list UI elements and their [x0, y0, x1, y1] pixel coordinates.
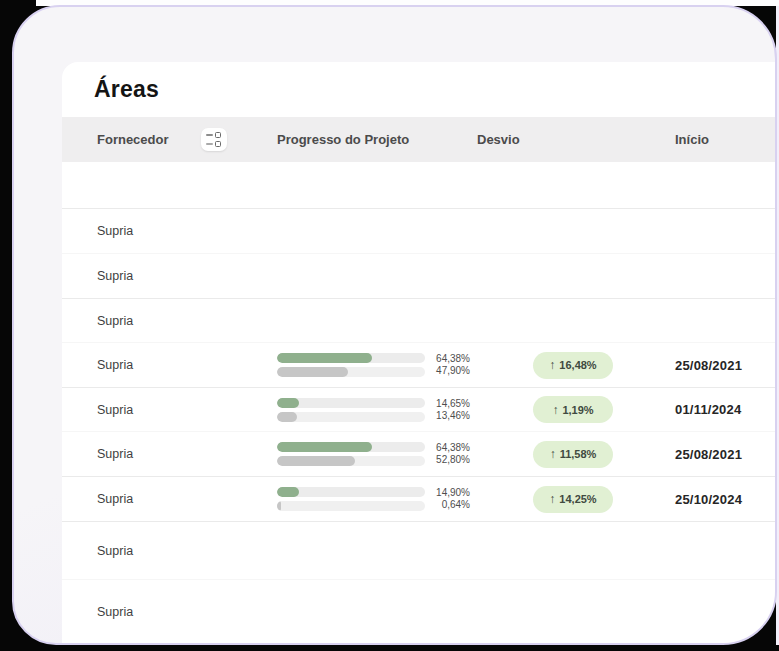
table-row[interactable]: Supria 64,38% 52,80% ↑ 11,58% 25/08/2021 [62, 432, 775, 477]
progress-cell: 64,38% 52,80% [277, 442, 477, 466]
supplier-name: Supria [62, 492, 277, 506]
supplier-name: Supria [62, 605, 277, 619]
table-row[interactable]: Supria [62, 522, 775, 580]
progress-bars [277, 442, 425, 466]
column-header-progresso: Progresso do Projeto [277, 132, 477, 147]
progress-bars [277, 487, 425, 511]
deviation-badge: ↑ 11,58% [533, 441, 613, 468]
progress-value-secondary: 13,46% [436, 410, 470, 422]
areas-card: Áreas Fornecedor Progresso do Projeto [62, 62, 775, 643]
deviation-value: 16,48% [559, 359, 596, 371]
supplier-name: Supria [62, 544, 277, 558]
supplier-name: Supria [62, 314, 277, 328]
table-header: Fornecedor Progresso do Projeto Desvio I… [62, 117, 775, 162]
filter-list-icon [206, 141, 221, 147]
progress-bar-primary [277, 442, 425, 452]
start-date: 25/08/2021 [675, 358, 775, 373]
column-header-desvio: Desvio [477, 132, 675, 147]
progress-cell: 14,90% 0,64% [277, 487, 477, 511]
progress-bar-secondary [277, 501, 425, 511]
progress-values: 64,38% 47,90% [436, 353, 477, 377]
progress-bar-secondary [277, 456, 425, 466]
deviation-cell: ↑ 14,25% [477, 486, 675, 513]
column-header-inicio: Início [675, 132, 775, 147]
progress-value-primary: 14,90% [436, 487, 470, 499]
arrow-up-icon: ↑ [550, 447, 556, 461]
progress-values: 14,65% 13,46% [436, 398, 477, 422]
supplier-name: Supria [62, 224, 277, 238]
progress-values: 14,90% 0,64% [436, 487, 477, 511]
table-body: Supria Supria [62, 162, 775, 643]
progress-bar-primary [277, 353, 425, 363]
progress-value-primary: 64,38% [436, 442, 470, 454]
table-row[interactable]: Supria [62, 209, 775, 254]
progress-bars [277, 398, 425, 422]
table-row[interactable] [62, 162, 775, 209]
arrow-up-icon: ↑ [549, 358, 555, 372]
progress-value-primary: 64,38% [436, 353, 470, 365]
table-row[interactable]: Supria [62, 254, 775, 299]
start-date: 25/10/2024 [675, 492, 775, 507]
deviation-value: 11,58% [560, 448, 597, 460]
deviation-value: 14,25% [559, 493, 596, 505]
supplier-name: Supria [62, 447, 277, 461]
supplier-name: Supria [62, 269, 277, 283]
screenshot-canvas: Áreas Fornecedor Progresso do Projeto [0, 0, 779, 651]
column-header-fornecedor: Fornecedor [62, 128, 277, 151]
table-row[interactable]: Supria 14,90% 0,64% ↑ 14,25% 25/10/2024 [62, 477, 775, 522]
start-date: 25/08/2021 [675, 447, 775, 462]
progress-bar-secondary [277, 412, 425, 422]
progress-cell: 64,38% 47,90% [277, 353, 477, 377]
progress-bars [277, 353, 425, 377]
column-settings-button[interactable] [201, 128, 227, 151]
page-title: Áreas [94, 76, 159, 103]
deviation-badge: ↑ 1,19% [533, 396, 613, 423]
progress-bar-primary [277, 487, 425, 497]
arrow-up-icon: ↑ [552, 403, 558, 417]
deviation-cell: ↑ 1,19% [477, 396, 675, 423]
deviation-cell: ↑ 11,58% [477, 441, 675, 468]
deviation-cell: ↑ 16,48% [477, 352, 675, 379]
progress-value-secondary: 0,64% [436, 499, 470, 511]
arrow-up-icon: ↑ [549, 492, 555, 506]
app-container: Áreas Fornecedor Progresso do Projeto [12, 5, 777, 645]
deviation-value: 1,19% [562, 404, 593, 416]
progress-value-secondary: 47,90% [436, 365, 470, 377]
progress-value-secondary: 52,80% [436, 454, 470, 466]
table-row[interactable]: Supria [62, 299, 775, 343]
progress-values: 64,38% 52,80% [436, 442, 477, 466]
progress-cell: 14,65% 13,46% [277, 398, 477, 422]
filter-list-icon [206, 132, 221, 138]
column-header-fornecedor-label: Fornecedor [97, 132, 169, 147]
supplier-name: Supria [62, 403, 277, 417]
deviation-badge: ↑ 14,25% [533, 486, 613, 513]
start-date: 01/11/2024 [675, 402, 775, 417]
table-row[interactable]: Supria 64,38% 47,90% ↑ 16,48% 25/08/2021 [62, 343, 775, 388]
progress-bar-primary [277, 398, 425, 408]
table-row[interactable]: Supria 14,65% 13,46% ↑ 1,19% 01/11/2024 [62, 388, 775, 432]
supplier-name: Supria [62, 358, 277, 372]
card-title-row: Áreas [62, 62, 775, 117]
progress-value-primary: 14,65% [436, 398, 470, 410]
deviation-badge: ↑ 16,48% [533, 352, 613, 379]
progress-bar-secondary [277, 367, 425, 377]
table-row[interactable]: Supria [62, 580, 775, 643]
